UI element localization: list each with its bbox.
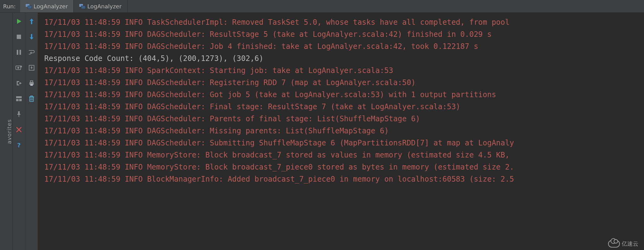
exit-button[interactable]: [15, 79, 23, 88]
svg-rect-18: [30, 97, 33, 101]
scroll-up-icon: [29, 18, 34, 25]
clear-icon: [29, 95, 34, 102]
pin-button[interactable]: [15, 110, 23, 119]
clear-button[interactable]: [27, 94, 36, 103]
exit-icon: [16, 80, 22, 86]
soft-wrap-icon: [28, 50, 35, 55]
help-button[interactable]: ?: [15, 141, 23, 149]
tab-label: LogAnalyzer: [34, 3, 68, 10]
svg-rect-12: [31, 20, 32, 24]
toolbar-col-2: [25, 13, 38, 250]
print-icon: [28, 80, 35, 86]
svg-marker-0: [17, 19, 21, 24]
svg-rect-9: [19, 99, 22, 101]
pin-icon: [16, 111, 22, 117]
svg-point-6: [20, 66, 22, 67]
down-trace-button[interactable]: [27, 32, 36, 41]
svg-rect-7: [16, 96, 22, 98]
svg-rect-8: [16, 99, 19, 101]
log-line: 17/11/03 11:48:59 INFO DAGScheduler: Mis…: [44, 125, 644, 137]
svg-rect-3: [20, 50, 21, 55]
stop-icon: [16, 34, 22, 40]
cloud-icon: [608, 240, 620, 248]
svg-rect-1: [17, 35, 21, 39]
svg-text:?: ?: [17, 142, 21, 149]
svg-point-5: [17, 67, 19, 69]
log-line: 17/11/03 11:48:59 INFO DAGScheduler: Fin…: [44, 101, 644, 113]
log-line: Response Code Count: (404,5), (200,1273)…: [44, 53, 644, 65]
run-tabbar: Run: LogAnalyzer LogAnalyzer: [0, 0, 644, 13]
svg-rect-2: [17, 50, 18, 55]
up-trace-button[interactable]: [27, 17, 36, 26]
close-icon: [16, 127, 22, 132]
scroll-end-button[interactable]: [27, 63, 36, 72]
log-line: 17/11/03 11:48:59 INFO DAGScheduler: Job…: [44, 41, 644, 53]
layout-icon: [16, 96, 22, 101]
log-line: 17/11/03 11:48:59 INFO BlockManagerInfo:…: [44, 173, 644, 185]
pause-icon: [16, 50, 22, 55]
dump-threads-button[interactable]: [15, 63, 23, 72]
tab-loganalyzer-1[interactable]: LogAnalyzer: [20, 0, 74, 12]
close-button[interactable]: [15, 125, 23, 134]
log-line: 17/11/03 11:48:59 INFO MemoryStore: Bloc…: [44, 161, 644, 173]
log-line: 17/11/03 11:48:59 INFO MemoryStore: Bloc…: [44, 149, 644, 161]
print-button[interactable]: [27, 79, 36, 88]
watermark: 亿速云: [608, 240, 638, 248]
help-icon: ?: [16, 142, 22, 149]
scroll-down-icon: [29, 33, 34, 40]
toolbar-gutters: ?: [13, 13, 38, 250]
watermark-text: 亿速云: [622, 240, 638, 248]
svg-rect-16: [30, 81, 33, 82]
toolbar-col-1: ?: [13, 13, 25, 250]
scroll-end-icon: [28, 65, 35, 71]
log-line: 17/11/03 11:48:59 INFO SparkContext: Sta…: [44, 65, 644, 77]
console-output[interactable]: 17/11/03 11:48:59 INFO TaskSchedulerImpl…: [38, 13, 644, 250]
run-label: Run:: [0, 0, 20, 12]
application-icon: [79, 4, 85, 8]
log-line: 17/11/03 11:48:59 INFO DAGScheduler: Sub…: [44, 137, 644, 149]
log-line: 17/11/03 11:48:59 INFO DAGScheduler: Res…: [44, 28, 644, 41]
application-icon: [26, 4, 31, 8]
log-line: 17/11/03 11:48:59 INFO DAGScheduler: Reg…: [44, 77, 644, 89]
tab-loganalyzer-2[interactable]: LogAnalyzer: [74, 0, 127, 12]
tab-label: LogAnalyzer: [87, 3, 121, 10]
log-line: 17/11/03 11:48:59 INFO DAGScheduler: Got…: [44, 89, 644, 101]
log-line: 17/11/03 11:48:59 INFO DAGScheduler: Par…: [44, 113, 644, 125]
soft-wrap-button[interactable]: [27, 48, 36, 57]
rerun-icon: [16, 18, 22, 24]
run-body: avorites: [0, 13, 644, 250]
rerun-button[interactable]: [15, 17, 23, 26]
side-tab-label: avorites: [6, 119, 12, 144]
svg-rect-10: [19, 115, 19, 117]
stop-button[interactable]: [15, 32, 23, 41]
log-line: 17/11/03 11:48:59 INFO TaskSchedulerImpl…: [44, 16, 644, 28]
svg-rect-17: [30, 84, 33, 86]
layout-button[interactable]: [15, 94, 23, 103]
svg-rect-13: [31, 34, 32, 38]
dump-icon: [15, 65, 22, 71]
pause-button[interactable]: [15, 48, 23, 57]
side-tab-favorites[interactable]: avorites: [0, 13, 13, 250]
